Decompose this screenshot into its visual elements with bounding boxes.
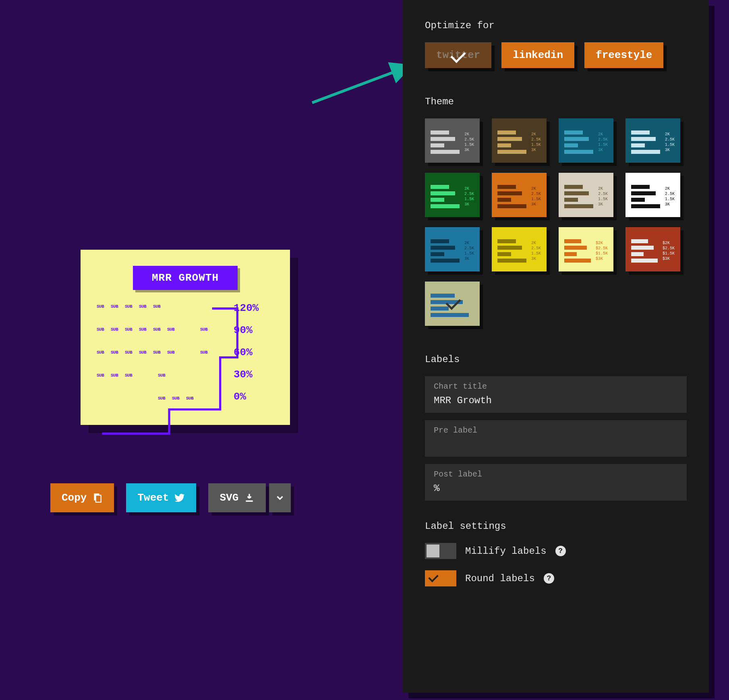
help-icon[interactable]: ?	[555, 546, 566, 556]
svg-line-0	[312, 66, 409, 103]
tweet-label: Tweet	[137, 492, 169, 504]
chart-title-field[interactable]: Chart title MRR Growth	[425, 376, 687, 413]
download-icon	[244, 493, 255, 503]
copy-button[interactable]: Copy	[50, 483, 114, 512]
millify-toggle[interactable]	[425, 543, 456, 559]
settings-panel: Optimize for twitterlinkedinfreestyle Th…	[403, 0, 709, 693]
pre-label-field[interactable]: Pre label	[425, 420, 687, 457]
pre-label-value	[434, 439, 678, 450]
theme-swatch-11[interactable]: $2K$2.5K$1.5K$3K	[625, 227, 680, 271]
chart-card: MRR GROWTH SUBSUBSUBSUBSUBSUBSUBSUBSUBSU…	[81, 250, 290, 425]
chart-value-labels: 120%90%60%30%0%	[226, 302, 274, 403]
help-icon[interactable]: ?	[544, 573, 554, 584]
chart-title-badge: MRR GROWTH	[133, 266, 238, 290]
theme-swatch-6[interactable]: 2K2.5K1.5K3K	[559, 173, 613, 217]
chart-rows: SUBSUBSUBSUBSUBSUBSUBSUBSUBSUBSUBSUBSUBS…	[97, 302, 226, 403]
svg-button[interactable]: SVG	[208, 483, 266, 512]
copy-icon	[92, 493, 103, 503]
optimize-heading: Optimize for	[425, 20, 687, 31]
post-label-value: %	[434, 483, 678, 494]
chart-title-value: MRR Growth	[434, 395, 678, 406]
copy-label: Copy	[62, 492, 87, 504]
theme-heading: Theme	[425, 96, 687, 107]
theme-swatch-9[interactable]: 2K2.5K1.5K3K	[492, 227, 547, 271]
chart-preview: MRR GROWTH SUBSUBSUBSUBSUBSUBSUBSUBSUBSU…	[81, 250, 290, 425]
post-label-field[interactable]: Post label %	[425, 464, 687, 501]
optimize-twitter-button[interactable]: twitter	[425, 42, 491, 68]
label-settings-heading: Label settings	[425, 521, 687, 532]
round-toggle[interactable]	[425, 570, 456, 586]
theme-swatch-0[interactable]: 2K2.5K1.5K3K	[425, 118, 480, 163]
theme-grid: 2K2.5K1.5K3K2K2.5K1.5K3K2K2.5K1.5K3K2K2.…	[425, 118, 687, 326]
optimize-freestyle-button[interactable]: freestyle	[584, 42, 663, 68]
pre-label-label: Pre label	[434, 426, 678, 435]
theme-swatch-7[interactable]: 2K2.5K1.5K3K	[625, 173, 680, 217]
millify-label: Millify labels	[465, 546, 547, 557]
svg-rect-2	[96, 495, 101, 502]
annotation-arrow	[304, 54, 417, 111]
optimize-linkedin-button[interactable]: linkedin	[501, 42, 574, 68]
theme-swatch-10[interactable]: $2K$2.5K$1.5K$3K	[559, 227, 613, 271]
twitter-icon	[174, 493, 185, 503]
post-label-label: Post label	[434, 470, 678, 479]
theme-swatch-4[interactable]: 2K2.5K1.5K3K	[425, 173, 480, 217]
svg-rect-3	[246, 501, 253, 502]
action-bar: Copy Tweet SVG	[50, 483, 291, 512]
theme-swatch-3[interactable]: 2K2.5K1.5K3K	[625, 118, 680, 163]
svg-more-button[interactable]	[269, 483, 291, 512]
labels-heading: Labels	[425, 354, 687, 365]
svg-label: SVG	[220, 492, 238, 504]
theme-swatch-2[interactable]: 2K2.5K1.5K3K	[559, 118, 613, 163]
optimize-options: twitterlinkedinfreestyle	[425, 42, 687, 68]
chart-title-label: Chart title	[434, 382, 678, 391]
theme-swatch-1[interactable]: 2K2.5K1.5K3K	[492, 118, 547, 163]
round-label: Round labels	[465, 573, 535, 584]
theme-swatch-8[interactable]: 2K2.5K1.5K3K	[425, 227, 480, 271]
theme-swatch-12[interactable]	[425, 282, 480, 326]
theme-swatch-5[interactable]: 2K2.5K1.5K3K	[492, 173, 547, 217]
tweet-button[interactable]: Tweet	[126, 483, 196, 512]
chevron-down-icon	[275, 493, 285, 503]
